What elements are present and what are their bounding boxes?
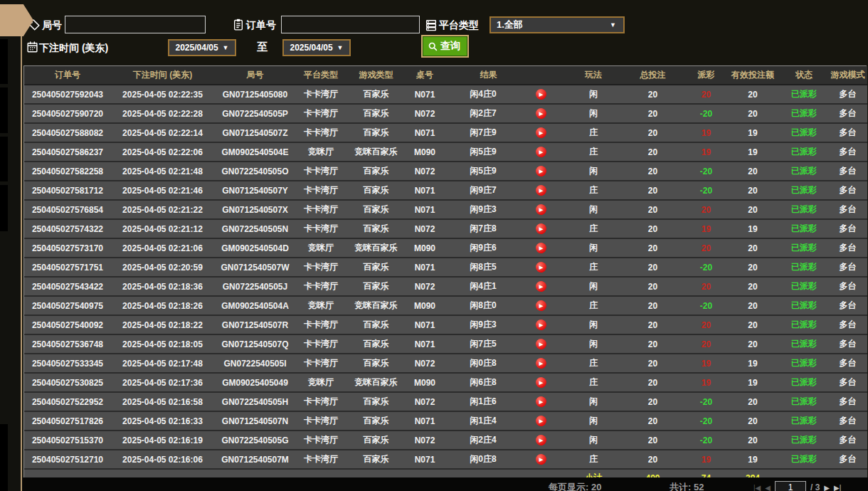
table-row: 2504050275367482025-04-05 02:18:05GN0712… — [24, 334, 867, 354]
cell-9: -20 — [687, 392, 726, 411]
cell-9: 20 — [687, 277, 726, 296]
result-cell: 闲4庄0▶ — [443, 85, 568, 104]
cell-12: 多台 — [828, 85, 867, 104]
date-from-value: 2025/04/05 — [176, 43, 218, 53]
cell-2: GN0722540505O — [214, 162, 296, 181]
cell-3: 卡卡湾厅 — [296, 162, 346, 181]
cell-10: 19 — [726, 123, 780, 142]
cell-12: 多台 — [828, 162, 867, 181]
cell-1: 2025-04-05 02:16:58 — [111, 392, 214, 411]
cell-3: 卡卡湾厅 — [296, 277, 346, 296]
cell-0: 250405027540092 — [24, 315, 111, 334]
next-page-icon[interactable]: ▶ — [824, 484, 830, 491]
result-cell: 闲1庄6▶ — [443, 392, 568, 411]
cell-0: 250405027590720 — [24, 104, 111, 123]
replay-button[interactable]: ▶ — [536, 108, 546, 119]
page-number-input[interactable]: 1 — [775, 481, 806, 491]
replay-button[interactable]: ▶ — [536, 454, 546, 465]
cell-1: 2025-04-05 02:21:12 — [111, 219, 214, 238]
cell-10: 20 — [726, 334, 780, 354]
cell-11: 已派彩 — [780, 85, 828, 104]
cell-5: M090 — [406, 238, 443, 258]
result-cell: 闲7庄5▶ — [443, 334, 568, 354]
cell-10: 20 — [726, 85, 780, 104]
cell-1: 2025-04-05 02:21:06 — [111, 238, 214, 258]
cell-5: N072 — [406, 162, 443, 181]
cell-2: GN0712540507X — [214, 200, 296, 219]
result-text: 闲9庄7 — [443, 184, 523, 196]
replay-button[interactable]: ▶ — [536, 300, 546, 311]
replay-button[interactable]: ▶ — [536, 243, 546, 253]
cell-3: 卡卡湾厅 — [296, 315, 346, 334]
bet-records-panel: 局号 订单号 平台类型 1.全部 ▼ 下注时间 (美东) — [21, 0, 868, 491]
cell-2: GN0722540505I — [214, 354, 296, 373]
panel-edge-line — [21, 34, 22, 491]
cell-1: 2025-04-05 02:22:14 — [111, 123, 214, 142]
cell-12: 多台 — [828, 123, 867, 142]
replay-button[interactable]: ▶ — [536, 204, 546, 215]
table-row: 2504050275717512025-04-05 02:20:59GN0712… — [24, 258, 867, 277]
date-to-select[interactable]: 2025/04/05 ▼ — [282, 39, 351, 56]
replay-button[interactable]: ▶ — [536, 320, 546, 330]
first-page-icon[interactable]: |◀ — [753, 484, 761, 491]
cell-0: 250405027574322 — [24, 219, 111, 238]
last-page-icon[interactable]: ▶| — [834, 484, 841, 491]
replay-button[interactable]: ▶ — [536, 416, 546, 426]
cell-3: 卡卡湾厅 — [296, 200, 346, 219]
cell-10: 20 — [726, 238, 780, 258]
cell-10: 20 — [726, 258, 780, 277]
replay-button[interactable]: ▶ — [536, 166, 546, 176]
cell-12: 多台 — [828, 181, 867, 200]
prev-page-icon[interactable]: ◀ — [765, 484, 771, 491]
cell-0: 250405027540975 — [24, 296, 111, 315]
cell-9: 19 — [687, 354, 726, 373]
result-cell: 闲4庄1▶ — [443, 277, 568, 296]
cell-9: 19 — [687, 123, 726, 142]
replay-button[interactable]: ▶ — [536, 339, 546, 349]
column-header-12: 游戏模式 — [828, 66, 867, 85]
replay-button[interactable]: ▶ — [536, 358, 546, 369]
cell-5: N072 — [406, 431, 443, 450]
total-count-label: 共计: 52 — [669, 482, 704, 491]
table-row: 2504050275434222025-04-05 02:18:36GN0722… — [24, 277, 867, 296]
table-row: 2504050275920432025-04-05 02:22:35GN0712… — [24, 85, 867, 104]
cell-7: 庄 — [568, 123, 619, 142]
replay-button[interactable]: ▶ — [536, 223, 546, 234]
date-from-select[interactable]: 2025/04/05 ▼ — [168, 39, 236, 56]
cell-11: 已派彩 — [780, 123, 828, 142]
cell-7: 闲 — [568, 411, 619, 431]
cell-4: 百家乐 — [346, 450, 406, 469]
cell-5: N072 — [406, 392, 443, 411]
cell-0: 250405027530825 — [24, 373, 111, 392]
cell-7: 庄 — [568, 450, 619, 469]
replay-button[interactable]: ▶ — [536, 435, 546, 445]
replay-button[interactable]: ▶ — [536, 89, 546, 100]
result-text: 闲6庄8 — [443, 376, 523, 389]
cell-4: 百家乐 — [346, 354, 406, 373]
cell-10: 20 — [726, 181, 780, 200]
round-input[interactable] — [65, 16, 206, 33]
cell-7: 闲 — [568, 392, 619, 411]
column-header-10: 有效投注额 — [726, 66, 780, 85]
cell-10: 19 — [726, 142, 780, 162]
replay-button[interactable]: ▶ — [536, 147, 546, 157]
cell-7: 闲 — [568, 238, 619, 258]
replay-button[interactable]: ▶ — [536, 185, 546, 196]
cell-12: 多台 — [828, 450, 867, 469]
replay-button[interactable]: ▶ — [536, 396, 546, 407]
replay-button[interactable]: ▶ — [536, 377, 546, 388]
order-input[interactable] — [281, 16, 420, 33]
replay-button[interactable]: ▶ — [536, 281, 546, 292]
cell-1: 2025-04-05 02:16:06 — [111, 450, 214, 469]
table-row: 2504050275308252025-04-05 02:17:36GM0902… — [24, 373, 867, 392]
cell-11: 已派彩 — [780, 181, 828, 200]
cell-8: 20 — [619, 85, 687, 104]
table-row: 2504050275822582025-04-05 02:21:48GN0722… — [24, 162, 867, 181]
replay-button[interactable]: ▶ — [536, 262, 546, 273]
platform-select[interactable]: 1.全部 ▼ — [489, 16, 625, 33]
cell-5: N071 — [406, 181, 443, 200]
cell-1: 2025-04-05 02:21:46 — [111, 181, 214, 200]
replay-button[interactable]: ▶ — [536, 127, 546, 138]
search-button[interactable]: 查询 — [423, 36, 467, 56]
cell-0: 250405027571751 — [24, 258, 111, 277]
